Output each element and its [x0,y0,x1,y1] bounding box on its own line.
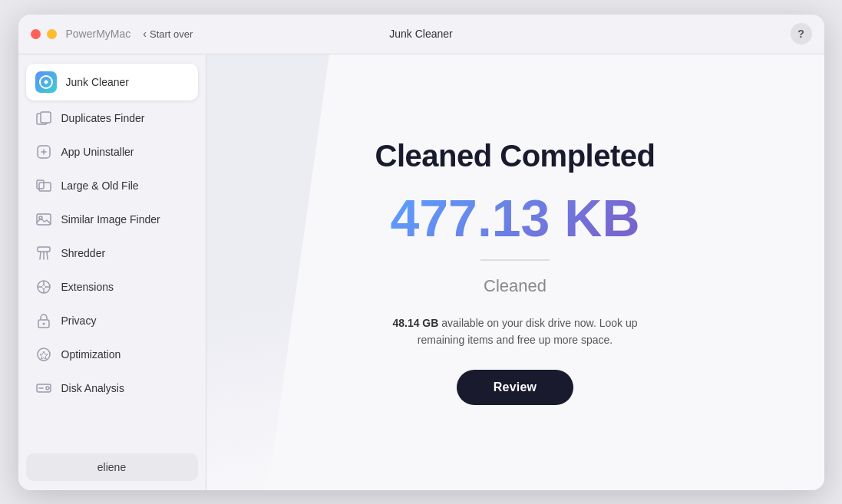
size-value: 477.13 KB [390,192,639,244]
privacy-icon [35,312,52,329]
disk-info-text: available on your disk drive now. Look u… [418,317,638,346]
extensions-icon [35,278,52,295]
disk-info: 48.14 GB available on your disk drive no… [392,315,638,349]
sidebar-item-large-old-file[interactable]: Large & Old File [26,170,198,202]
window-title: Junk Cleaner [389,28,453,40]
sidebar-item-app-uninstaller[interactable]: App Uninstaller [26,136,198,168]
sidebar-label-duplicates: Duplicates Finder [61,112,145,124]
content-area: Cleaned Completed 477.13 KB Cleaned 48.1… [375,139,655,406]
traffic-lights [31,29,57,39]
review-button[interactable]: Review [457,370,573,405]
sidebar-item-duplicates-finder[interactable]: Duplicates Finder [26,102,198,134]
cleaned-completed-title: Cleaned Completed [375,139,655,173]
image-icon [35,211,52,228]
app-name: PowerMyMac [66,28,131,40]
back-chevron-icon: ‹ [143,28,147,40]
sidebar: Junk Cleaner Duplicates Finder [18,54,206,490]
large-file-icon [35,177,52,194]
app-uninstaller-icon [35,143,52,160]
app-window: PowerMyMac ‹ Start over Junk Cleaner ? J… [18,15,824,490]
main-content: Junk Cleaner Duplicates Finder [18,54,824,490]
sidebar-item-similar-image[interactable]: Similar Image Finder [26,203,198,236]
sidebar-label-similar-image: Similar Image Finder [61,213,160,226]
duplicates-icon [35,110,52,127]
sidebar-label-disk-analysis: Disk Analysis [61,382,124,394]
sidebar-label-privacy: Privacy [61,315,97,327]
sidebar-item-junk-cleaner[interactable]: Junk Cleaner [26,64,198,100]
sidebar-label-large-file: Large & Old File [61,180,139,192]
close-button[interactable] [31,29,41,39]
sidebar-label-junk-cleaner: Junk Cleaner [66,76,130,88]
svg-rect-5 [37,180,44,189]
divider [480,259,550,261]
svg-rect-7 [37,214,51,225]
minimize-button[interactable] [47,29,57,39]
help-button[interactable]: ? [791,23,812,44]
junk-cleaner-icon [35,71,57,93]
svg-point-1 [45,81,48,84]
user-section[interactable]: eliene [26,453,198,481]
svg-rect-9 [38,247,50,252]
svg-point-12 [42,322,45,324]
start-over-label: Start over [150,28,193,40]
sidebar-item-disk-analysis[interactable]: Disk Analysis [26,372,198,404]
cleaned-label: Cleaned [484,276,546,296]
svg-rect-3 [41,112,51,123]
sidebar-label-extensions: Extensions [61,281,114,293]
optimization-icon [35,346,52,363]
sidebar-item-extensions[interactable]: Extensions [26,271,198,303]
disk-icon [35,380,52,397]
title-bar: PowerMyMac ‹ Start over Junk Cleaner ? [18,15,824,54]
disk-gb: 48.14 GB [392,317,438,329]
sidebar-item-privacy[interactable]: Privacy [26,305,198,337]
sidebar-item-shredder[interactable]: Shredder [26,237,198,269]
shredder-icon [35,245,52,262]
right-panel: Cleaned Completed 477.13 KB Cleaned 48.1… [206,54,824,490]
sidebar-label-shredder: Shredder [61,247,106,259]
sidebar-spacer [26,406,198,449]
start-over-button[interactable]: ‹ Start over [143,28,193,40]
sidebar-label-optimization: Optimization [61,348,121,361]
sidebar-item-optimization[interactable]: Optimization [26,338,198,371]
svg-point-15 [46,387,49,390]
sidebar-label-app-uninstaller: App Uninstaller [61,146,134,158]
username: eliene [97,461,126,473]
svg-rect-6 [39,183,51,191]
